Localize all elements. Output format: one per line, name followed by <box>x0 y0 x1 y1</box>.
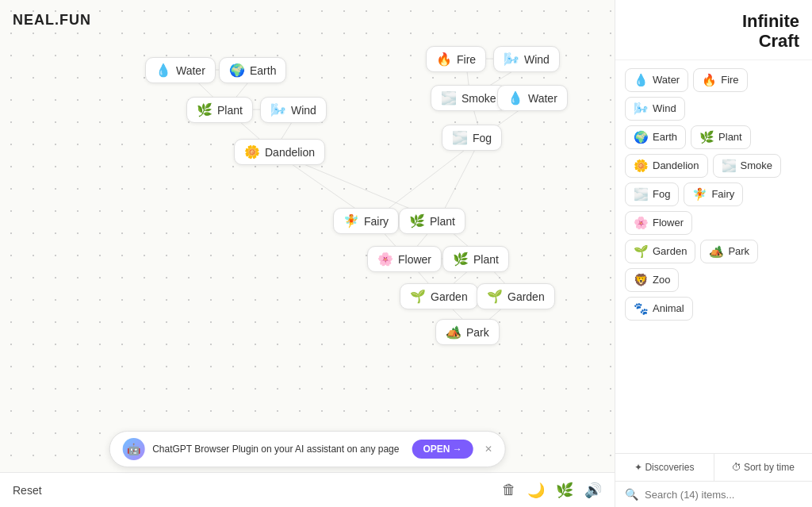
node-icon-plant1: 🌿 <box>197 102 213 117</box>
node-icon-earth1: 🌍 <box>229 63 245 78</box>
node-icon-fairy1: 🧚 <box>343 213 359 229</box>
node-icon-wind2: 🌬️ <box>504 52 519 67</box>
node-icon-garden2: 🌱 <box>487 289 503 304</box>
sidebar-label-animal: Animal <box>653 302 684 314</box>
node-plant1[interactable]: 🌿Plant <box>186 97 253 123</box>
sidebar-row: 🐾Animal <box>625 297 802 321</box>
node-dandelion1[interactable]: 🌼Dandelion <box>234 139 325 165</box>
node-fairy1[interactable]: 🧚Fairy <box>333 208 399 234</box>
node-icon-park1: 🏕️ <box>446 325 462 340</box>
node-garden1[interactable]: 🌱Garden <box>400 283 478 309</box>
node-icon-smoke1: 🌫️ <box>441 90 457 106</box>
sidebar-icon-water: 💧 <box>634 73 649 87</box>
node-label-smoke1: Smoke <box>462 92 496 105</box>
sidebar-label-zoo: Zoo <box>653 274 670 286</box>
node-label-dandelion1: Dandelion <box>265 146 315 159</box>
node-label-garden1: Garden <box>431 290 468 303</box>
node-plant3[interactable]: 🌿Plant <box>442 246 509 272</box>
node-flower1[interactable]: 🌸Flower <box>367 246 442 272</box>
sidebar-icon-fire: 🔥 <box>702 73 717 87</box>
chatgpt-banner: 🤖 ChatGPT Browser Plugin on your AI assi… <box>109 431 506 467</box>
delete-icon[interactable]: 🗑 <box>502 482 516 498</box>
banner-close-button[interactable]: ✕ <box>485 444 492 455</box>
sidebar-label-earth: Earth <box>653 131 677 143</box>
sidebar-icon-dandelion: 🌼 <box>634 159 649 173</box>
sidebar: Infinite Craft 💧Water🔥Fire🌬️Wind🌍Earth🌿P… <box>615 0 812 507</box>
sidebar-row: 🌱Garden🏕️Park🦁Zoo <box>625 240 802 292</box>
node-water2[interactable]: 💧Water <box>497 85 568 111</box>
node-icon-water1: 💧 <box>155 63 171 78</box>
sidebar-label-smoke: Smoke <box>741 159 772 171</box>
node-icon-fog1: 🌫️ <box>452 130 468 145</box>
sidebar-item-fairy[interactable]: 🧚Fairy <box>684 182 743 206</box>
node-label-garden2: Garden <box>508 290 545 303</box>
sidebar-row: 🌫️Fog🧚Fairy🌸Flower <box>625 182 802 235</box>
node-label-plant1: Plant <box>217 104 243 117</box>
sidebar-item-zoo[interactable]: 🦁Zoo <box>625 268 679 292</box>
chatgpt-icon: 🤖 <box>122 438 144 460</box>
sidebar-item-animal[interactable]: 🐾Animal <box>625 297 693 321</box>
sidebar-icon-earth: 🌍 <box>634 130 649 144</box>
moon-icon[interactable]: 🌙 <box>527 482 545 499</box>
sidebar-item-fire[interactable]: 🔥Fire <box>693 68 747 92</box>
node-wind2[interactable]: 🌬️Wind <box>493 46 560 72</box>
sidebar-row: 🌍Earth🌿Plant <box>625 125 802 149</box>
sidebar-item-dandelion[interactable]: 🌼Dandelion <box>625 154 708 178</box>
node-plant2[interactable]: 🌿Plant <box>399 208 465 234</box>
canvas-area[interactable]: NEAL.FUN 🤖 ChatGPT Browser Plugin on you… <box>0 0 615 507</box>
sidebar-label-fairy: Fairy <box>711 188 734 200</box>
node-icon-wind1: 🌬️ <box>270 102 286 117</box>
node-icon-water2: 💧 <box>508 90 523 106</box>
sidebar-label-park: Park <box>728 245 749 257</box>
node-label-wind2: Wind <box>524 53 550 66</box>
sidebar-item-smoke[interactable]: 🌫️Smoke <box>713 154 781 178</box>
node-label-plant3: Plant <box>473 253 499 266</box>
sidebar-label-wind: Wind <box>653 102 676 114</box>
sort-by-time-button[interactable]: ⏱ Sort by time <box>714 454 813 481</box>
sidebar-item-flower[interactable]: 🌸Flower <box>625 211 692 235</box>
node-water1[interactable]: 💧Water <box>145 57 216 83</box>
app-title: Infinite Craft <box>742 11 799 52</box>
share-icon[interactable]: 🌿 <box>556 482 573 499</box>
sidebar-item-water[interactable]: 💧Water <box>625 68 688 92</box>
node-label-fog1: Fog <box>473 132 492 144</box>
sidebar-icon-wind: 🌬️ <box>634 102 649 116</box>
node-label-park1: Park <box>466 326 489 339</box>
reset-button[interactable]: Reset <box>13 484 42 497</box>
sidebar-item-earth[interactable]: 🌍Earth <box>625 125 686 149</box>
node-park1[interactable]: 🏕️Park <box>435 319 500 345</box>
sidebar-item-plant[interactable]: 🌿Plant <box>691 125 751 149</box>
node-earth1[interactable]: 🌍Earth <box>219 57 286 83</box>
node-label-water1: Water <box>176 64 205 77</box>
sidebar-item-wind[interactable]: 🌬️Wind <box>625 97 685 121</box>
sidebar-item-park[interactable]: 🏕️Park <box>700 240 758 263</box>
discoveries-button[interactable]: ✦ Discoveries <box>615 454 714 481</box>
sidebar-row: 💧Water🔥Fire🌬️Wind <box>625 68 802 121</box>
sidebar-items-container: 💧Water🔥Fire🌬️Wind🌍Earth🌿Plant🌼Dandelion🌫… <box>615 60 812 453</box>
sidebar-item-fog[interactable]: 🌫️Fog <box>625 182 679 206</box>
node-label-wind1: Wind <box>291 104 316 117</box>
chatgpt-open-button[interactable]: OPEN → <box>412 440 473 459</box>
node-icon-fire1: 🔥 <box>436 52 452 67</box>
search-input[interactable] <box>645 489 802 501</box>
sidebar-label-garden: Garden <box>653 245 687 257</box>
sidebar-icon-zoo: 🦁 <box>634 273 649 287</box>
logo: NEAL.FUN <box>13 12 91 29</box>
sidebar-bottom: ✦ Discoveries ⏱ Sort by time 🔍 <box>615 453 812 507</box>
sidebar-label-fog: Fog <box>653 188 670 200</box>
bottom-icons: 🗑 🌙 🌿 🔊 <box>502 482 602 499</box>
node-icon-garden1: 🌱 <box>410 289 426 304</box>
node-label-fairy1: Fairy <box>364 215 389 228</box>
node-wind1[interactable]: 🌬️Wind <box>260 97 327 123</box>
search-icon: 🔍 <box>625 488 638 501</box>
sidebar-label-plant: Plant <box>718 131 742 143</box>
sidebar-search-container: 🔍 <box>615 482 812 507</box>
node-fog1[interactable]: 🌫️Fog <box>442 125 502 151</box>
sidebar-item-garden[interactable]: 🌱Garden <box>625 240 695 263</box>
node-garden2[interactable]: 🌱Garden <box>477 283 555 309</box>
node-smoke1[interactable]: 🌫️Smoke <box>431 85 507 111</box>
node-fire1[interactable]: 🔥Fire <box>426 46 486 72</box>
sound-icon[interactable]: 🔊 <box>584 482 602 499</box>
sidebar-icon-smoke: 🌫️ <box>722 159 737 173</box>
sidebar-row: 🌼Dandelion🌫️Smoke <box>625 154 802 178</box>
